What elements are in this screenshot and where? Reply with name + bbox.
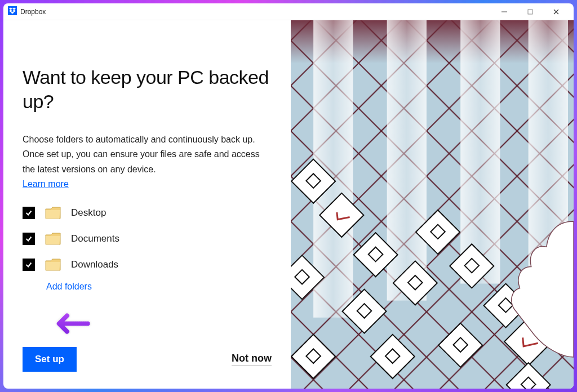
minimize-button[interactable] [491,3,517,20]
dropbox-icon [8,6,17,17]
folder-row-desktop: Desktop [23,206,272,220]
svg-rect-7 [528,10,532,14]
add-folders-link[interactable]: Add folders [46,282,272,292]
left-panel: Want to keep your PC backed up? Choose f… [3,20,291,389]
window-title: Dropbox [20,8,46,16]
learn-more-link[interactable]: Learn more [23,179,272,189]
page-description: Choose folders to automatically and cont… [23,132,265,177]
checkbox-documents[interactable] [23,233,35,245]
folder-label: Downloads [71,259,118,270]
folder-row-downloads: Downloads [23,258,272,271]
close-button[interactable] [543,3,569,20]
app-window: Dropbox Want to keep your PC backed up? … [3,3,574,389]
folder-list: Desktop Documents [23,206,272,271]
not-now-button[interactable]: Not now [232,353,272,366]
checkbox-downloads[interactable] [23,259,35,271]
svg-rect-0 [8,6,17,15]
decorative-illustration [291,20,574,389]
folder-icon [45,232,61,246]
page-title: Want to keep your PC backed up? [23,65,272,113]
title-bar: Dropbox [3,3,574,20]
folder-icon [45,206,61,220]
svg-rect-15 [460,20,500,284]
annotation-arrow-icon [46,300,96,349]
setup-button[interactable]: Set up [23,347,77,372]
folder-label: Desktop [71,207,106,219]
folder-label: Documents [71,233,119,244]
folder-icon [45,258,61,271]
folder-row-documents: Documents [23,232,272,246]
illustration-panel [291,20,574,389]
maximize-button[interactable] [517,3,543,20]
checkbox-desktop[interactable] [23,207,35,219]
